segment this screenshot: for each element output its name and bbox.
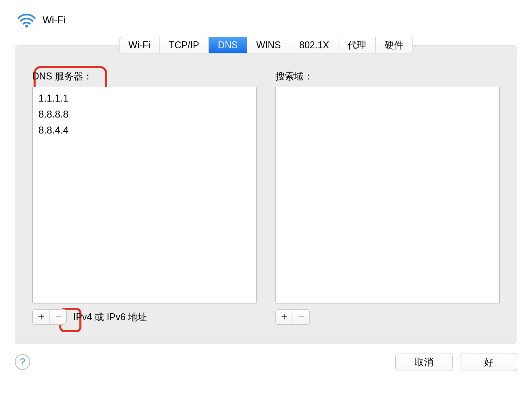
dns-hint-text: IPv4 或 IPv6 地址 [73,311,147,324]
wifi-icon [16,12,37,28]
cancel-button-label: 取消 [415,356,433,369]
tab-proxy[interactable]: 代理 [338,37,376,53]
remove-dns-button[interactable] [50,309,67,325]
add-search-domain-button[interactable] [275,309,293,325]
minus-icon [298,311,305,323]
search-domains-list[interactable] [275,87,500,303]
ok-button-label: 好 [484,356,494,369]
page-title: Wi-Fi [43,14,65,26]
footer: ? 取消 好 [0,344,532,371]
list-item[interactable]: 8.8.8.8 [33,106,256,122]
list-item[interactable]: 8.8.4.4 [33,122,256,138]
dns-servers-label: DNS 服务器： [32,70,257,83]
plus-icon [38,311,45,323]
remove-search-domain-button[interactable] [293,309,310,325]
tab-wifi[interactable]: Wi-Fi [119,37,160,53]
add-dns-button[interactable] [32,309,50,325]
tab-tcpip[interactable]: TCP/IP [160,37,208,53]
search-domains-column: 搜索域： [275,70,500,325]
network-settings-window: Wi-Fi Wi-Fi TCP/IP DNS WINS 802.1X 代理 硬件… [0,0,532,412]
dns-servers-list[interactable]: 1.1.1.1 8.8.8.8 8.8.4.4 [32,87,257,303]
tab-hardware[interactable]: 硬件 [376,37,413,53]
dns-servers-column: DNS 服务器： 1.1.1.1 8.8.8.8 8.8.4.4 [32,70,257,325]
help-button[interactable]: ? [15,354,30,370]
tab-dns[interactable]: DNS [209,37,248,53]
tab-wins[interactable]: WINS [247,37,290,53]
svg-point-0 [25,25,28,27]
search-domains-label: 搜索域： [275,70,500,83]
tab-8021x[interactable]: 802.1X [290,37,338,53]
ok-button[interactable]: 好 [460,353,517,371]
list-item[interactable]: 1.1.1.1 [33,91,256,106]
header: Wi-Fi [0,0,532,37]
plus-icon [281,311,288,323]
cancel-button[interactable]: 取消 [395,353,453,371]
search-buttons-row [275,309,500,325]
content-panel: DNS 服务器： 1.1.1.1 8.8.8.8 8.8.4.4 [15,45,517,344]
dns-buttons-row: IPv4 或 IPv6 地址 [32,309,257,325]
help-icon: ? [20,356,25,368]
tabs-bar: Wi-Fi TCP/IP DNS WINS 802.1X 代理 硬件 [0,37,532,53]
minus-icon [54,311,62,323]
